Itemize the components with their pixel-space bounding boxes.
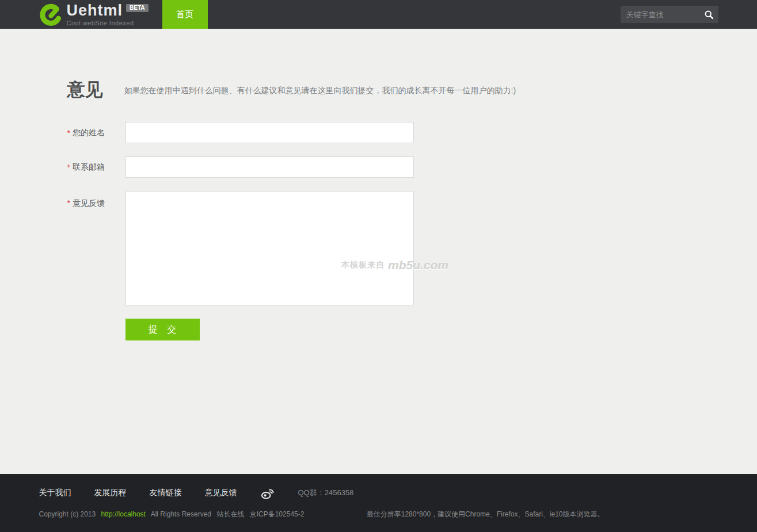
required-asterisk: * (67, 163, 70, 172)
form-row-name: * 您的姓名 (67, 122, 718, 143)
footer-link-feedback[interactable]: 意见反馈 (205, 488, 237, 498)
required-asterisk: * (67, 198, 70, 208)
search-input[interactable] (626, 10, 704, 19)
search-box (621, 6, 718, 23)
name-label: * 您的姓名 (67, 122, 125, 143)
feedback-field[interactable] (125, 191, 414, 305)
feedback-form: * 您的姓名 * 联系邮箱 * 意见反馈 提 交 (67, 122, 718, 340)
top-header: Uehtml BETA Cool webSite Indexed 首页 (0, 0, 757, 29)
footer-link-history[interactable]: 发展历程 (94, 488, 127, 498)
submit-button[interactable]: 提 交 (125, 319, 200, 340)
copyright-text: Copyright (c) 2013 http://localhost All … (39, 510, 308, 519)
logo-mark-icon (39, 2, 64, 27)
weibo-icon (260, 486, 275, 500)
page-title: 意见 (67, 81, 103, 98)
email-label: * 联系邮箱 (67, 156, 125, 178)
brand-tagline: Cool webSite Indexed (67, 20, 149, 26)
page-subtitle: 如果您在使用中遇到什么问题、有什么建议和意见请在这里向我们提交，我们的成长离不开… (124, 86, 516, 98)
brand-name: Uehtml (67, 3, 123, 18)
search-button[interactable] (704, 10, 714, 20)
main-content: 意见 如果您在使用中遇到什么问题、有什么建议和意见请在这里向我们提交，我们的成长… (39, 29, 718, 340)
footer-links: 关于我们 发展历程 友情链接 意见反馈 QQ群：2456358 (39, 474, 718, 500)
weibo-link[interactable] (260, 486, 275, 500)
email-field[interactable] (125, 156, 414, 178)
feedback-label: * 意见反馈 (67, 191, 125, 305)
footer-link-friends[interactable]: 友情链接 (150, 488, 182, 498)
footer-bottom-row: Copyright (c) 2013 http://localhost All … (39, 510, 718, 519)
footer-link-about[interactable]: 关于我们 (39, 488, 71, 498)
qq-group-label: QQ群：2456358 (298, 488, 354, 498)
name-field[interactable] (125, 122, 414, 143)
form-row-email: * 联系邮箱 (67, 156, 718, 178)
site-logo[interactable]: Uehtml BETA Cool webSite Indexed (39, 2, 149, 27)
browser-note: 最佳分辨率1280*800，建议使用Chrome、Firefox、Safari、… (367, 510, 604, 519)
form-row-feedback: * 意见反馈 (67, 191, 718, 305)
page-footer: 关于我们 发展历程 友情链接 意见反馈 QQ群：2456358 Copyrigh… (0, 474, 757, 532)
nav-item-home[interactable]: 首页 (162, 0, 208, 29)
beta-badge: BETA (126, 4, 148, 12)
required-asterisk: * (67, 128, 70, 137)
main-nav: 首页 (162, 0, 208, 29)
localhost-link[interactable]: http://localhost (101, 510, 146, 518)
search-icon (704, 10, 714, 20)
